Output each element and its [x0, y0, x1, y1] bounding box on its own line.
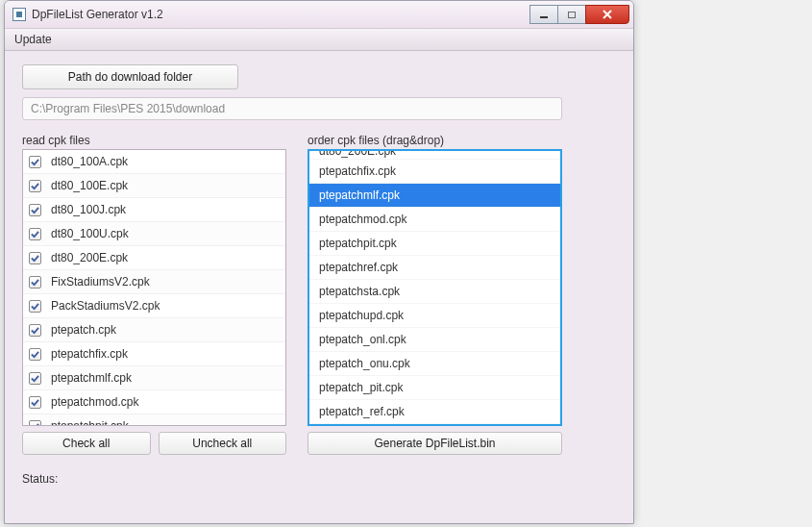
order-item-label: ptepatchref.cpk — [319, 261, 398, 274]
order-item-label: ptepatch_pit.cpk — [319, 381, 403, 394]
list-item[interactable]: ptepatchfix.cpk — [23, 342, 285, 366]
list-item-label: PackStadiumsV2.cpk — [51, 299, 160, 313]
order-item[interactable]: ptepatchsta.cpk — [309, 280, 560, 304]
check-all-button[interactable]: Check all — [22, 432, 151, 455]
order-item-label: dt80_200E.cpk — [319, 149, 396, 158]
check-icon — [31, 326, 39, 335]
checkbox[interactable] — [29, 300, 41, 313]
list-item[interactable]: PackStadiumsV2.cpk — [23, 294, 285, 318]
status-label: Status: — [22, 472, 616, 486]
checkbox[interactable] — [29, 324, 41, 337]
checkbox[interactable] — [29, 204, 41, 216]
list-item-label: ptepatch.cpk — [51, 323, 116, 337]
uncheck-all-button[interactable]: Uncheck all — [159, 432, 287, 455]
check-icon — [31, 254, 39, 263]
titlebar[interactable]: DpFileList Generator v1.2 — [5, 1, 633, 29]
generate-button[interactable]: Generate DpFileList.bin — [308, 432, 562, 455]
order-item[interactable]: ptepatchfix.cpk — [309, 160, 560, 184]
order-item-label: ptepatchsta.cpk — [319, 285, 400, 298]
order-item-label: ptepatchpit.cpk — [319, 237, 397, 250]
order-item[interactable]: ptepatch_onu.cpk — [309, 352, 560, 376]
checkbox[interactable] — [29, 180, 41, 192]
check-icon — [31, 398, 39, 407]
list-item[interactable]: ptepatchpit.cpk — [23, 414, 285, 426]
window-title: DpFileList Generator v1.2 — [32, 8, 530, 21]
close-icon — [603, 10, 612, 19]
read-listbox[interactable]: dt80_100A.cpkdt80_100E.cpkdt80_100J.cpkd… — [22, 149, 286, 426]
order-item-label: ptepatchmlf.cpk — [319, 188, 400, 202]
app-window: DpFileList Generator v1.2 Update Path do… — [4, 0, 634, 524]
order-item-label: ptepatch_ref.cpk — [319, 405, 405, 418]
order-item-label: ptepatchfix.cpk — [319, 164, 396, 178]
list-item[interactable]: dt80_100A.cpk — [23, 150, 285, 174]
list-item-label: dt80_200E.cpk — [51, 251, 128, 264]
list-item-label: dt80_100U.cpk — [51, 227, 129, 240]
order-column: order cpk files (drag&drop) dt80_200E.cp… — [308, 134, 562, 455]
minimize-button[interactable] — [529, 5, 558, 24]
order-item[interactable]: ptepatchpit.cpk — [309, 232, 560, 256]
checkbox[interactable] — [29, 396, 41, 409]
check-icon — [31, 278, 39, 287]
path-input[interactable] — [22, 97, 562, 120]
path-button[interactable]: Path do download folder — [22, 64, 238, 89]
order-item-label: ptepatchmod.cpk — [319, 213, 406, 226]
close-button[interactable] — [585, 5, 629, 24]
checkbox[interactable] — [29, 276, 41, 289]
list-item-label: ptepatchmlf.cpk — [51, 371, 132, 385]
check-icon — [31, 302, 39, 311]
list-item-label: FixStadiumsV2.cpk — [51, 275, 150, 289]
list-item-label: dt80_100E.cpk — [51, 179, 128, 192]
order-item[interactable]: ptepatchmlf.cpk — [309, 184, 560, 208]
order-item[interactable]: ptepatch_pit.cpk — [309, 376, 560, 400]
menu-update[interactable]: Update — [14, 33, 52, 46]
list-item[interactable]: dt80_200E.cpk — [23, 246, 285, 270]
check-icon — [31, 182, 39, 190]
checkbox[interactable] — [29, 348, 41, 361]
window-controls — [530, 5, 629, 24]
list-item-label: ptepatchpit.cpk — [51, 419, 129, 426]
checkbox[interactable] — [29, 420, 41, 427]
menubar: Update — [5, 29, 633, 51]
list-item[interactable]: ptepatchmod.cpk — [23, 390, 285, 414]
content-area: Path do download folder read cpk files d… — [5, 51, 633, 495]
order-item-label: ptepatchupd.cpk — [319, 309, 404, 322]
order-item[interactable]: ptepatch_ref.cpk — [309, 400, 560, 424]
app-icon — [12, 8, 26, 21]
list-item-label: ptepatchfix.cpk — [51, 347, 128, 361]
order-item-label: ptepatch_onu.cpk — [319, 357, 410, 370]
maximize-button[interactable] — [557, 5, 586, 24]
list-item[interactable]: dt80_100U.cpk — [23, 222, 285, 246]
order-listbox[interactable]: dt80_200E.cpkptepatchfix.cpkptepatchmlf.… — [308, 149, 562, 426]
check-icon — [31, 374, 39, 383]
checkbox[interactable] — [29, 372, 41, 385]
list-item-label: dt80_100A.cpk — [51, 155, 128, 168]
check-icon — [31, 422, 39, 427]
checkbox[interactable] — [29, 156, 41, 168]
order-list-label: order cpk files (drag&drop) — [308, 134, 562, 147]
list-item[interactable]: ptepatch.cpk — [23, 318, 285, 342]
check-icon — [31, 158, 39, 166]
read-column: read cpk files dt80_100A.cpkdt80_100E.cp… — [22, 134, 286, 455]
list-item[interactable]: dt80_100J.cpk — [23, 198, 285, 222]
check-icon — [31, 230, 39, 238]
check-icon — [31, 350, 39, 359]
order-item[interactable]: ptepatchupd.cpk — [309, 304, 560, 328]
check-icon — [31, 206, 39, 214]
list-item-label: dt80_100J.cpk — [51, 203, 126, 216]
list-item-label: ptepatchmod.cpk — [51, 395, 138, 409]
order-item[interactable]: dt80_200E.cpk — [309, 149, 560, 160]
order-item-label: ptepatch_onl.cpk — [319, 333, 406, 346]
list-item[interactable]: dt80_100E.cpk — [23, 174, 285, 198]
order-item[interactable]: ptepatchmod.cpk — [309, 208, 560, 232]
order-item[interactable]: ptepatchref.cpk — [309, 256, 560, 280]
list-item[interactable]: FixStadiumsV2.cpk — [23, 270, 285, 294]
order-item[interactable]: ptepatch_onl.cpk — [309, 328, 560, 352]
read-list-label: read cpk files — [22, 134, 286, 147]
checkbox[interactable] — [29, 252, 41, 264]
list-item[interactable]: ptepatchmlf.cpk — [23, 366, 285, 390]
checkbox[interactable] — [29, 228, 41, 240]
